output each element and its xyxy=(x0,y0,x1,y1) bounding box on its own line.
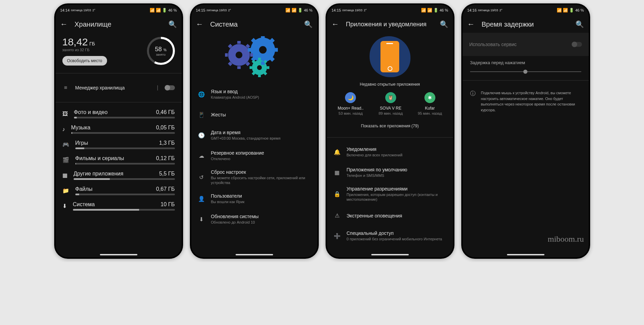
back-icon[interactable]: ← xyxy=(196,20,204,29)
page-title: Хранилище xyxy=(75,20,162,28)
svg-line-19 xyxy=(271,58,273,60)
item-icon: ☁ xyxy=(198,153,205,159)
item-icon: ↺ xyxy=(198,174,205,181)
free-space-button[interactable]: Освободить место xyxy=(62,56,107,66)
app-icon: 🌙 xyxy=(345,92,356,103)
apps-item-3[interactable]: ⚠ Экстренные оповещения xyxy=(327,206,453,226)
info-icon: ⓘ xyxy=(470,90,476,113)
svg-line-12 xyxy=(229,63,231,65)
storage-manager-row[interactable]: ≡ Менеджер хранилища | xyxy=(56,77,182,98)
system-item-0[interactable]: 🌐 Язык и вводКлавиатура Android (AOSP) xyxy=(191,84,317,104)
apps-illustration xyxy=(327,33,453,79)
system-item-1[interactable]: 📱 Жесты xyxy=(191,104,317,125)
cat-icon: 🎮 xyxy=(62,141,69,148)
phone-delay: 14:16 пятница 19/03 2° 📶📶🔋46 % ← Время з… xyxy=(461,3,590,259)
svg-line-21 xyxy=(271,39,273,42)
delay-slider[interactable] xyxy=(470,71,581,72)
apps-item-1[interactable]: ▦ Приложения по умолчаниюТелефон и SMS/M… xyxy=(327,162,453,183)
page-title: Время задержки xyxy=(482,20,569,28)
item-icon: 👤 xyxy=(198,196,205,202)
recent-app-1[interactable]: 🦉 SOVA V RE89 мин. назад xyxy=(379,92,403,115)
recent-title: Недавно открытые приложения xyxy=(327,79,453,92)
phone-storage: 14:14 пятница 19/03 2° 📶📶🔋46 % ← Хранили… xyxy=(54,3,183,259)
tune-icon: ≡ xyxy=(62,85,69,91)
delay-label: Задержка перед нажатием xyxy=(470,60,581,65)
item-icon: 🔒 xyxy=(334,191,341,197)
app-icon: 🦉 xyxy=(385,92,396,103)
system-item-3[interactable]: ☁ Резервное копированиеОтключено xyxy=(191,145,317,166)
statusbar: 14:15 пятница 19/03 2° 📶📶🔋46 % xyxy=(327,5,453,16)
gears-illustration xyxy=(191,33,317,84)
storage-cat-6[interactable]: ⬇ Система10 ГБ xyxy=(56,199,182,214)
svg-line-27 xyxy=(265,73,266,74)
page-title: Система xyxy=(210,20,297,28)
search-icon[interactable]: 🔍 xyxy=(168,20,177,28)
apps-item-2[interactable]: 🔒 Управление разрешениямиПриложения, кот… xyxy=(327,183,453,206)
use-service-row[interactable]: Использовать сервис xyxy=(463,33,589,56)
page-title: Приложения и уведомления xyxy=(346,21,433,28)
item-icon: 🕒 xyxy=(198,132,205,139)
back-icon[interactable]: ← xyxy=(60,20,68,29)
recent-app-2[interactable]: ✱ Kufar95 мин. назад xyxy=(418,92,442,115)
item-icon: ⚠ xyxy=(334,212,341,219)
item-icon: 🔔 xyxy=(334,149,341,155)
manager-switch[interactable] xyxy=(165,85,175,90)
phone-system: 14:15 пятница 19/03 2° 📶📶🔋46 % ← Система… xyxy=(190,3,319,259)
cat-icon: ▦ xyxy=(62,172,68,179)
back-icon[interactable]: ← xyxy=(467,20,475,29)
svg-line-29 xyxy=(265,61,266,62)
statusbar: 14:15 пятница 19/03 2° 📶📶🔋46 % xyxy=(191,5,317,16)
svg-line-13 xyxy=(247,45,249,47)
storage-cat-4[interactable]: ▦ Другие приложения5,5 ГБ xyxy=(56,168,182,183)
system-item-6[interactable]: ⬇ Обновления системыОбновлено до Android… xyxy=(191,209,317,230)
apps-item-4[interactable]: ➕ Специальный доступ0 приложений без огр… xyxy=(327,226,453,246)
storage-cat-3[interactable]: 🎬 Фильмы и сериалы0,12 ГБ xyxy=(56,153,182,168)
nav-handle[interactable] xyxy=(507,254,544,255)
cat-icon: 🖼 xyxy=(62,111,68,117)
system-item-5[interactable]: 👤 ПользователиВы вошли как Ярик xyxy=(191,189,317,209)
storage-cat-2[interactable]: 🎮 Игры1,3 ГБ xyxy=(56,137,182,153)
svg-point-5 xyxy=(257,65,262,70)
system-item-4[interactable]: ↺ Сброс настроекВы можете сбросить настр… xyxy=(191,166,317,189)
item-icon: 📱 xyxy=(198,112,205,118)
svg-line-28 xyxy=(253,73,254,74)
svg-point-1 xyxy=(236,52,242,58)
svg-line-26 xyxy=(253,61,254,62)
svg-line-18 xyxy=(252,39,255,42)
item-icon: 🌐 xyxy=(198,91,205,98)
cat-icon: 📁 xyxy=(62,187,69,194)
statusbar: 14:16 пятница 19/03 2° 📶📶🔋46 % xyxy=(463,5,589,16)
nav-handle[interactable] xyxy=(100,254,137,255)
item-icon: ⬇ xyxy=(198,216,205,223)
item-icon: ▦ xyxy=(334,169,341,176)
apps-item-0[interactable]: 🔔 УведомленияВключено для всех приложени… xyxy=(327,142,453,162)
nav-handle[interactable] xyxy=(371,254,409,255)
info-text: Подключив мышь к устройству Android, вы … xyxy=(481,90,581,113)
svg-point-3 xyxy=(259,46,267,54)
storage-cat-0[interactable]: 🖼 Фото и видео0,46 ГБ xyxy=(56,107,182,122)
storage-cat-1[interactable]: ♪ Музыка0,05 ГБ xyxy=(56,122,182,137)
service-switch[interactable] xyxy=(572,42,582,47)
svg-line-11 xyxy=(247,63,249,65)
show-all-apps[interactable]: Показать все приложения (79) xyxy=(327,115,453,133)
cat-icon: 🎬 xyxy=(62,157,69,163)
cat-icon: ♪ xyxy=(62,126,65,132)
statusbar: 14:14 пятница 19/03 2° 📶📶🔋46 % xyxy=(56,5,182,16)
storage-ring: 58 %занято xyxy=(147,37,175,65)
storage-cat-5[interactable]: 📁 Файлы0,67 ГБ xyxy=(56,183,182,199)
app-icon: ✱ xyxy=(424,92,435,103)
back-icon[interactable]: ← xyxy=(332,20,339,29)
search-icon[interactable]: 🔍 xyxy=(440,20,448,28)
phone-apps: 14:15 пятница 19/03 2° 📶📶🔋46 % ← Приложе… xyxy=(326,3,454,259)
cat-icon: ⬇ xyxy=(62,203,67,209)
search-icon[interactable]: 🔍 xyxy=(304,20,313,28)
item-icon: ➕ xyxy=(334,233,341,239)
nav-handle[interactable] xyxy=(236,254,273,255)
recent-app-0[interactable]: 🌙 Moon+ Read..53 мин. назад xyxy=(338,92,364,115)
system-item-2[interactable]: 🕒 Дата и времяGMT+03:00 Москва, стандарт… xyxy=(191,125,317,145)
svg-line-10 xyxy=(229,45,231,47)
search-icon[interactable]: 🔍 xyxy=(575,20,584,28)
